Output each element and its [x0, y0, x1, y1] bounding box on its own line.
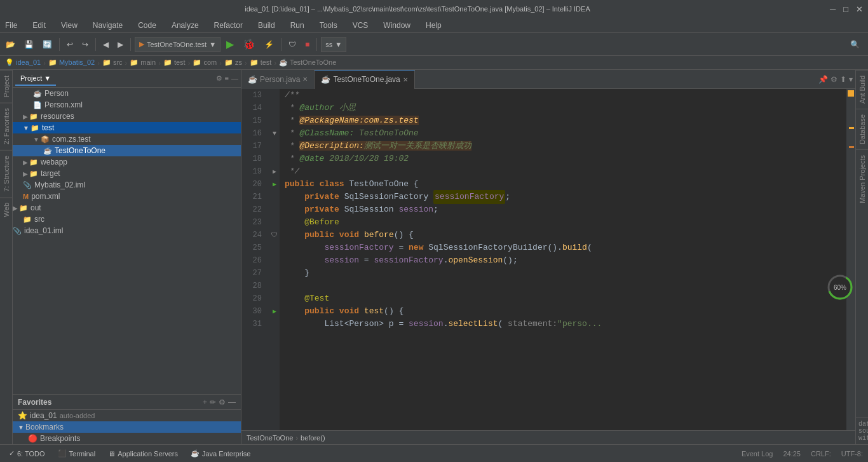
tab-web[interactable]: Web [0, 197, 12, 222]
tree-item-idea01iml[interactable]: 📎 idea_01.iml [13, 225, 241, 236]
bc-zs[interactable]: 📁 zs [224, 58, 242, 67]
tab-person-java[interactable]: ☕ Person.java ✕ [241, 70, 315, 89]
fav-settings-btn[interactable]: ⚙ [219, 398, 226, 407]
encoding-label[interactable]: UTF-8: [841, 450, 863, 458]
gutter-30: ▶ [269, 305, 280, 318]
project-tab[interactable]: Project ▼ [15, 72, 56, 86]
crlf-label[interactable]: CRLF: [811, 450, 831, 458]
pin-tab-btn[interactable]: 📌 [818, 75, 828, 84]
svg-text:60%: 60% [834, 284, 846, 291]
tab-structure[interactable]: 7: Structure [0, 150, 12, 197]
sync-btn[interactable]: 🔄 [39, 36, 55, 53]
tree-item-package[interactable]: ▼ 📦 com.zs.test [13, 133, 241, 145]
close-tab-btn[interactable]: ✕ [302, 76, 308, 83]
maximize-btn[interactable]: □ [843, 4, 848, 14]
menu-file[interactable]: File [3, 20, 20, 31]
stop-btn[interactable]: ■ [302, 36, 313, 53]
minimize-btn[interactable]: ─ [830, 4, 836, 14]
close-btn[interactable]: ✕ [856, 4, 863, 14]
tab-maven-projects[interactable]: Maven Projects [856, 149, 868, 208]
tree-item-src[interactable]: 📁 src [13, 214, 241, 225]
java-enterprise-btn[interactable]: ☕ Java Enterprise [187, 448, 254, 459]
menu-edit[interactable]: Edit [30, 20, 48, 31]
expand-btn[interactable]: ⬆ [840, 75, 846, 84]
fold-icon[interactable]: ▶ [273, 168, 276, 175]
data-source-hint[interactable]: data source with... [856, 418, 868, 444]
tree-item-test[interactable]: ▼ 📁 test [13, 122, 241, 133]
shield-icon[interactable]: 🛡 [271, 231, 278, 239]
fav-item-idea01[interactable]: ⭐ idea_01 auto-added [13, 410, 241, 421]
tree-item-personxml[interactable]: 📄 Person.xml [13, 99, 241, 111]
search-everywhere-btn[interactable]: 🔍 [847, 36, 863, 53]
fold-icon[interactable]: ▼ [273, 130, 276, 137]
bc-idea01[interactable]: 💡 idea_01 [5, 58, 41, 67]
fav-hide-btn[interactable]: — [228, 398, 236, 407]
run-arrow-icon[interactable]: ▶ [273, 308, 276, 315]
menu-navigate[interactable]: Navigate [90, 20, 125, 31]
config-dropdown-icon[interactable]: ▼ [209, 41, 216, 48]
menu-view[interactable]: View [58, 20, 80, 31]
gear-icon[interactable]: ≡ [225, 74, 229, 83]
tab-ant-build[interactable]: Ant Build [856, 70, 868, 109]
menu-refactor[interactable]: Refactor [212, 20, 245, 31]
run-arrow-icon[interactable]: ▶ [273, 180, 276, 188]
fav-item-breakpoints[interactable]: 🔴 Breakpoints [13, 433, 241, 444]
tab-testonetone-java[interactable]: ☕ TestOneToOne.java ✕ [315, 70, 414, 89]
menu-build[interactable]: Build [255, 20, 278, 31]
bc-method[interactable]: before() [301, 434, 325, 442]
open-btn[interactable]: 📂 [3, 36, 18, 53]
tab-database[interactable]: Database [856, 109, 868, 149]
bc-testonetone[interactable]: ☕ TestOneToOne [279, 58, 336, 67]
todo-btn[interactable]: ✓ 6: TODO [5, 448, 49, 459]
bc-class[interactable]: TestOneToOne [247, 434, 293, 442]
undo-btn[interactable]: ↩ [64, 36, 76, 53]
bc-test[interactable]: 📁 test [163, 58, 186, 67]
sync-icon[interactable]: ⚙ [216, 74, 222, 83]
nav-forward[interactable]: ▶ [114, 36, 126, 53]
tree-item-pomxml[interactable]: M pom.xml [13, 191, 241, 202]
tree-item-target[interactable]: ▶ 📁 target [13, 168, 241, 179]
code-content[interactable]: /** * @author 小思 * @PackageName:com.zs.t… [280, 89, 846, 430]
run-config[interactable]: ▶ TestOneToOne.test ▼ [135, 37, 220, 52]
tree-item-resources[interactable]: ▶ 📁 resources [13, 111, 241, 122]
tab-favorites[interactable]: 2: Favorites [0, 102, 12, 149]
close-tab-btn[interactable]: ✕ [403, 76, 408, 83]
search-dropdown-icon[interactable]: ▼ [335, 41, 342, 48]
fav-edit-btn[interactable]: ✏ [210, 398, 216, 407]
run-btn[interactable]: ▶ [223, 36, 237, 53]
settings-btn[interactable]: ⚙ [831, 75, 837, 84]
search-config[interactable]: ss ▼ [321, 37, 346, 52]
menu-code[interactable]: Code [135, 20, 159, 31]
iml-icon: 📎 [13, 227, 22, 235]
coverage-btn[interactable]: 🛡 [285, 36, 299, 53]
collapse-btn[interactable]: ▾ [849, 75, 853, 84]
hide-icon[interactable]: — [231, 74, 238, 83]
bc-test2[interactable]: 📁 test [250, 58, 272, 67]
event-log-btn[interactable]: Event Log [742, 450, 773, 458]
bc-com[interactable]: 📁 com [193, 58, 217, 67]
save-btn[interactable]: 💾 [21, 36, 37, 53]
bc-main[interactable]: 📁 main [130, 58, 156, 67]
fav-add-btn[interactable]: + [203, 398, 207, 407]
menu-window[interactable]: Window [381, 20, 413, 31]
menu-vcs[interactable]: VCS [350, 20, 371, 31]
redo-btn[interactable]: ↪ [79, 36, 92, 53]
fav-item-bookmarks[interactable]: ▼ Bookmarks [13, 421, 241, 433]
tab-project[interactable]: Project [0, 70, 12, 102]
debug-btn[interactable]: 🐞 [240, 36, 259, 53]
terminal-btn[interactable]: ⬛ Terminal [54, 448, 100, 459]
profile-btn[interactable]: ⚡ [261, 36, 277, 53]
tree-item-webapp[interactable]: ▶ 📁 webapp [13, 156, 241, 168]
tree-item-out[interactable]: ▶ 📁 out [13, 202, 241, 214]
nav-back[interactable]: ◀ [100, 36, 112, 53]
menu-tools[interactable]: Tools [317, 20, 340, 31]
app-servers-btn[interactable]: 🖥 Application Servers [104, 449, 182, 459]
tree-item-testonetone[interactable]: ☕ TestOneToOne [13, 145, 241, 156]
menu-run[interactable]: Run [288, 20, 307, 31]
menu-analyze[interactable]: Analyze [169, 20, 201, 31]
tree-item-mybatisiml[interactable]: 📎 Mybatis_02.iml [13, 179, 241, 191]
bc-mybatis02[interactable]: 📁 Mybatis_02 [48, 58, 95, 67]
tree-item-person[interactable]: ☕ Person [13, 88, 241, 99]
menu-help[interactable]: Help [423, 20, 444, 31]
bc-src[interactable]: 📁 src [102, 58, 123, 67]
